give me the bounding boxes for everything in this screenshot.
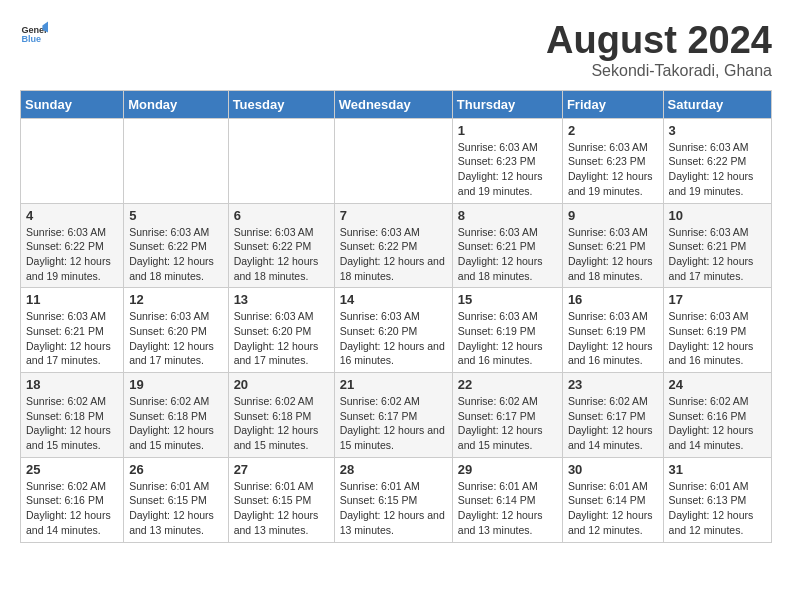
calendar-week-row: 1Sunrise: 6:03 AM Sunset: 6:23 PM Daylig…: [21, 118, 772, 203]
day-info: Sunrise: 6:03 AM Sunset: 6:22 PM Dayligh…: [234, 225, 329, 284]
day-number: 3: [669, 123, 766, 138]
day-info: Sunrise: 6:03 AM Sunset: 6:21 PM Dayligh…: [26, 309, 118, 368]
calendar-cell: 22Sunrise: 6:02 AM Sunset: 6:17 PM Dayli…: [452, 373, 562, 458]
calendar-cell: 21Sunrise: 6:02 AM Sunset: 6:17 PM Dayli…: [334, 373, 452, 458]
day-number: 1: [458, 123, 557, 138]
calendar-week-row: 4Sunrise: 6:03 AM Sunset: 6:22 PM Daylig…: [21, 203, 772, 288]
weekday-header-tuesday: Tuesday: [228, 90, 334, 118]
calendar-cell: 18Sunrise: 6:02 AM Sunset: 6:18 PM Dayli…: [21, 373, 124, 458]
calendar-cell: [334, 118, 452, 203]
day-info: Sunrise: 6:03 AM Sunset: 6:22 PM Dayligh…: [26, 225, 118, 284]
day-number: 8: [458, 208, 557, 223]
calendar-cell: [21, 118, 124, 203]
calendar-cell: 28Sunrise: 6:01 AM Sunset: 6:15 PM Dayli…: [334, 457, 452, 542]
day-number: 29: [458, 462, 557, 477]
calendar-cell: 14Sunrise: 6:03 AM Sunset: 6:20 PM Dayli…: [334, 288, 452, 373]
svg-text:Blue: Blue: [21, 34, 41, 44]
calendar-cell: 17Sunrise: 6:03 AM Sunset: 6:19 PM Dayli…: [663, 288, 771, 373]
day-info: Sunrise: 6:03 AM Sunset: 6:20 PM Dayligh…: [129, 309, 222, 368]
day-number: 14: [340, 292, 447, 307]
day-number: 16: [568, 292, 658, 307]
day-info: Sunrise: 6:03 AM Sunset: 6:23 PM Dayligh…: [568, 140, 658, 199]
day-number: 4: [26, 208, 118, 223]
day-info: Sunrise: 6:02 AM Sunset: 6:17 PM Dayligh…: [568, 394, 658, 453]
calendar-week-row: 25Sunrise: 6:02 AM Sunset: 6:16 PM Dayli…: [21, 457, 772, 542]
day-info: Sunrise: 6:03 AM Sunset: 6:19 PM Dayligh…: [568, 309, 658, 368]
day-info: Sunrise: 6:01 AM Sunset: 6:15 PM Dayligh…: [234, 479, 329, 538]
day-info: Sunrise: 6:01 AM Sunset: 6:15 PM Dayligh…: [340, 479, 447, 538]
day-number: 2: [568, 123, 658, 138]
weekday-header-wednesday: Wednesday: [334, 90, 452, 118]
day-info: Sunrise: 6:03 AM Sunset: 6:19 PM Dayligh…: [458, 309, 557, 368]
calendar-cell: 4Sunrise: 6:03 AM Sunset: 6:22 PM Daylig…: [21, 203, 124, 288]
calendar-cell: 11Sunrise: 6:03 AM Sunset: 6:21 PM Dayli…: [21, 288, 124, 373]
weekday-header-thursday: Thursday: [452, 90, 562, 118]
calendar-cell: 3Sunrise: 6:03 AM Sunset: 6:22 PM Daylig…: [663, 118, 771, 203]
calendar-cell: 20Sunrise: 6:02 AM Sunset: 6:18 PM Dayli…: [228, 373, 334, 458]
day-info: Sunrise: 6:03 AM Sunset: 6:20 PM Dayligh…: [340, 309, 447, 368]
day-number: 26: [129, 462, 222, 477]
day-number: 5: [129, 208, 222, 223]
day-number: 19: [129, 377, 222, 392]
calendar-cell: 30Sunrise: 6:01 AM Sunset: 6:14 PM Dayli…: [562, 457, 663, 542]
day-number: 7: [340, 208, 447, 223]
weekday-header-sunday: Sunday: [21, 90, 124, 118]
calendar-cell: 8Sunrise: 6:03 AM Sunset: 6:21 PM Daylig…: [452, 203, 562, 288]
day-info: Sunrise: 6:03 AM Sunset: 6:21 PM Dayligh…: [568, 225, 658, 284]
day-number: 31: [669, 462, 766, 477]
day-info: Sunrise: 6:03 AM Sunset: 6:19 PM Dayligh…: [669, 309, 766, 368]
calendar-cell: 16Sunrise: 6:03 AM Sunset: 6:19 PM Dayli…: [562, 288, 663, 373]
calendar-cell: 24Sunrise: 6:02 AM Sunset: 6:16 PM Dayli…: [663, 373, 771, 458]
calendar-week-row: 18Sunrise: 6:02 AM Sunset: 6:18 PM Dayli…: [21, 373, 772, 458]
calendar-cell: 31Sunrise: 6:01 AM Sunset: 6:13 PM Dayli…: [663, 457, 771, 542]
calendar-cell: 12Sunrise: 6:03 AM Sunset: 6:20 PM Dayli…: [124, 288, 228, 373]
logo: General Blue: [20, 20, 48, 48]
calendar-cell: 15Sunrise: 6:03 AM Sunset: 6:19 PM Dayli…: [452, 288, 562, 373]
calendar-cell: 29Sunrise: 6:01 AM Sunset: 6:14 PM Dayli…: [452, 457, 562, 542]
day-number: 28: [340, 462, 447, 477]
day-number: 23: [568, 377, 658, 392]
day-info: Sunrise: 6:03 AM Sunset: 6:23 PM Dayligh…: [458, 140, 557, 199]
day-info: Sunrise: 6:01 AM Sunset: 6:13 PM Dayligh…: [669, 479, 766, 538]
day-info: Sunrise: 6:02 AM Sunset: 6:16 PM Dayligh…: [669, 394, 766, 453]
day-number: 24: [669, 377, 766, 392]
day-info: Sunrise: 6:02 AM Sunset: 6:17 PM Dayligh…: [340, 394, 447, 453]
day-info: Sunrise: 6:03 AM Sunset: 6:22 PM Dayligh…: [340, 225, 447, 284]
generalblue-logo-icon: General Blue: [20, 20, 48, 48]
calendar-cell: 1Sunrise: 6:03 AM Sunset: 6:23 PM Daylig…: [452, 118, 562, 203]
calendar-week-row: 11Sunrise: 6:03 AM Sunset: 6:21 PM Dayli…: [21, 288, 772, 373]
day-number: 22: [458, 377, 557, 392]
calendar-cell: 19Sunrise: 6:02 AM Sunset: 6:18 PM Dayli…: [124, 373, 228, 458]
day-number: 9: [568, 208, 658, 223]
day-info: Sunrise: 6:03 AM Sunset: 6:22 PM Dayligh…: [129, 225, 222, 284]
day-info: Sunrise: 6:01 AM Sunset: 6:14 PM Dayligh…: [568, 479, 658, 538]
calendar-cell: 7Sunrise: 6:03 AM Sunset: 6:22 PM Daylig…: [334, 203, 452, 288]
day-number: 30: [568, 462, 658, 477]
day-info: Sunrise: 6:01 AM Sunset: 6:15 PM Dayligh…: [129, 479, 222, 538]
calendar-cell: 26Sunrise: 6:01 AM Sunset: 6:15 PM Dayli…: [124, 457, 228, 542]
day-number: 10: [669, 208, 766, 223]
calendar-cell: 23Sunrise: 6:02 AM Sunset: 6:17 PM Dayli…: [562, 373, 663, 458]
day-number: 15: [458, 292, 557, 307]
day-number: 27: [234, 462, 329, 477]
day-info: Sunrise: 6:03 AM Sunset: 6:22 PM Dayligh…: [669, 140, 766, 199]
day-info: Sunrise: 6:02 AM Sunset: 6:18 PM Dayligh…: [129, 394, 222, 453]
calendar-cell: 25Sunrise: 6:02 AM Sunset: 6:16 PM Dayli…: [21, 457, 124, 542]
calendar-cell: 2Sunrise: 6:03 AM Sunset: 6:23 PM Daylig…: [562, 118, 663, 203]
calendar-cell: 9Sunrise: 6:03 AM Sunset: 6:21 PM Daylig…: [562, 203, 663, 288]
calendar-cell: [124, 118, 228, 203]
day-info: Sunrise: 6:02 AM Sunset: 6:18 PM Dayligh…: [234, 394, 329, 453]
weekday-header-row: SundayMondayTuesdayWednesdayThursdayFrid…: [21, 90, 772, 118]
weekday-header-friday: Friday: [562, 90, 663, 118]
calendar-cell: 6Sunrise: 6:03 AM Sunset: 6:22 PM Daylig…: [228, 203, 334, 288]
calendar-table: SundayMondayTuesdayWednesdayThursdayFrid…: [20, 90, 772, 543]
day-info: Sunrise: 6:01 AM Sunset: 6:14 PM Dayligh…: [458, 479, 557, 538]
calendar-cell: [228, 118, 334, 203]
title-section: August 2024 Sekondi-Takoradi, Ghana: [546, 20, 772, 80]
day-number: 12: [129, 292, 222, 307]
calendar-cell: 5Sunrise: 6:03 AM Sunset: 6:22 PM Daylig…: [124, 203, 228, 288]
header: General Blue August 2024 Sekondi-Takorad…: [20, 20, 772, 80]
day-number: 21: [340, 377, 447, 392]
calendar-cell: 27Sunrise: 6:01 AM Sunset: 6:15 PM Dayli…: [228, 457, 334, 542]
calendar-cell: 10Sunrise: 6:03 AM Sunset: 6:21 PM Dayli…: [663, 203, 771, 288]
